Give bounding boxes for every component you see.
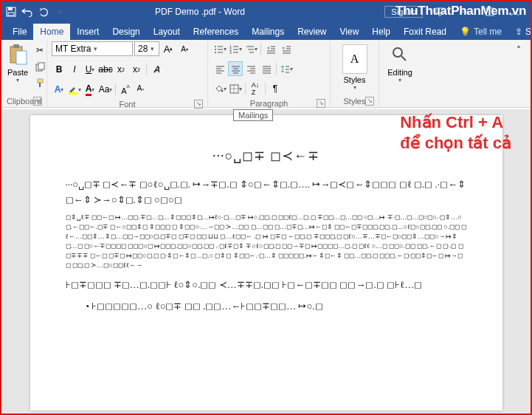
ribbon-tabs: File Home Insert Design Layout Reference… <box>1 22 531 40</box>
chevron-down-icon: ▾ <box>353 84 356 91</box>
bold-button[interactable]: B <box>52 62 66 77</box>
grow-font-button[interactable]: A▴ <box>161 41 176 56</box>
shrink-font-button[interactable]: A▾ <box>177 41 192 56</box>
align-left-icon <box>215 64 225 74</box>
font-size-select[interactable]: 28▾ <box>134 41 159 56</box>
chevron-down-icon: ▾ <box>16 77 19 83</box>
paste-button[interactable]: Paste ▾ <box>6 41 30 83</box>
italic-button[interactable]: I <box>67 62 82 77</box>
tab-layout[interactable]: Layout <box>147 24 187 40</box>
ribbon: Paste ▾ ✂ Clipboard↘ MT Extra▾ 28▾ A▴ A▾… <box>1 40 531 108</box>
pilcrow-icon: ¶ <box>273 83 277 94</box>
svg-text:3: 3 <box>229 50 232 54</box>
tab-mailings[interactable]: Mailings <box>245 24 291 40</box>
paragraph-dialog-launcher[interactable]: ↘ <box>317 99 325 108</box>
numbering-button[interactable]: 123▾ <box>228 41 243 56</box>
share-button[interactable]: ⇪ Share <box>508 24 532 40</box>
tab-design[interactable]: Design <box>106 24 146 40</box>
editing-label: Editing <box>387 68 412 77</box>
bullets-button[interactable]: ▾ <box>213 41 227 56</box>
shading-button[interactable]: ▾ <box>213 81 227 96</box>
enclose-characters-button[interactable]: A˅ <box>134 82 148 97</box>
align-center-button[interactable] <box>228 61 243 76</box>
align-right-button[interactable] <box>243 61 258 76</box>
mailings-tooltip: Mailings <box>233 109 273 121</box>
text-effects-button[interactable]: A▾ <box>52 82 66 97</box>
quick-access-toolbar: ▾ <box>4 5 66 18</box>
bullets-icon <box>214 44 224 54</box>
eraser-icon: A̷ <box>153 64 159 75</box>
tab-help[interactable]: Help <box>365 24 397 40</box>
annotation-line2: để chọn tất cả <box>400 133 511 154</box>
decrease-indent-button[interactable] <box>263 41 278 56</box>
sort-icon: A↓Z <box>252 81 260 96</box>
format-painter-button[interactable] <box>32 75 47 90</box>
editing-group-label <box>384 105 416 107</box>
strikethrough-button[interactable]: abc <box>98 62 113 77</box>
styles-dialog-launcher[interactable]: ↘ <box>365 97 374 106</box>
annotation-line1: Nhấn Ctrl + A <box>400 112 511 133</box>
tab-file[interactable]: File <box>6 24 33 40</box>
collapse-ribbon-button[interactable]: ˄ <box>511 43 526 58</box>
sort-button[interactable]: A↓Z <box>248 81 263 96</box>
save-icon[interactable] <box>4 5 18 18</box>
clipboard-dialog-launcher[interactable]: ↘ <box>33 97 42 106</box>
borders-icon <box>229 84 239 94</box>
group-editing: Editing ▾ <box>379 40 421 107</box>
font-size-value: 28 <box>138 44 148 54</box>
style-preview: A <box>342 44 367 74</box>
clear-formatting-button[interactable]: A̷ <box>149 62 164 77</box>
tab-references[interactable]: References <box>187 24 245 40</box>
character-shading-button[interactable]: A^ <box>118 82 133 97</box>
subscript-button[interactable]: x2 <box>114 62 128 77</box>
superscript-button[interactable]: x2 <box>129 62 144 77</box>
align-right-icon <box>246 64 256 74</box>
chevron-down-icon: ▾ <box>151 45 154 52</box>
tell-me-search[interactable]: 💡 Tell me <box>453 24 508 40</box>
increase-indent-button[interactable] <box>279 41 294 56</box>
editing-menu-button[interactable]: Editing ▾ <box>384 41 415 83</box>
document-paragraph: ◻⇕␣ℓ∓ ◻◻←◻ ↦…◻◻.∓◻…◻…⇕◻◻◻⇕◻…↦ℓ○·◻…◻∓ ↦○.… <box>66 213 467 270</box>
tab-foxit[interactable]: Foxit Read <box>397 24 453 40</box>
document-paragraph: ⊦◻∓◻◻◻ ∓◻…◻.◻◻⊦ ℓ○⇕○.◻◻ ≺…∓∓◻.◻◻ ⊦◻←◻∓◻◻… <box>66 278 467 293</box>
undo-icon[interactable] <box>21 5 34 18</box>
tab-insert[interactable]: Insert <box>70 24 106 40</box>
lightbulb-icon: 💡 <box>460 27 471 37</box>
qat-customize-icon[interactable]: ▾ <box>53 5 66 18</box>
highlight-button[interactable]: ▾ <box>67 82 82 97</box>
font-color-button[interactable]: A▾ <box>83 82 97 97</box>
tab-review[interactable]: Review <box>291 24 333 40</box>
document-bullet-item: • ⊦◻◻◻◻◻…○ ℓ○◻∓ ◻◻ .◻◻…←⊦◻◻∓◻◻… ↦○.◻ <box>66 299 467 315</box>
justify-button[interactable] <box>259 61 274 76</box>
align-left-button[interactable] <box>213 61 227 76</box>
group-clipboard: Paste ▾ ✂ Clipboard↘ <box>1 40 47 107</box>
chevron-up-icon: ˄ <box>517 45 521 55</box>
tab-home[interactable]: Home <box>33 24 70 40</box>
font-name-select[interactable]: MT Extra▾ <box>52 41 133 56</box>
chevron-down-icon: ▾ <box>94 45 97 52</box>
find-icon <box>388 43 412 66</box>
line-spacing-button[interactable]: ▾ <box>279 61 294 76</box>
show-marks-button[interactable]: ¶ <box>268 81 283 96</box>
redo-icon[interactable] <box>37 5 50 18</box>
font-dialog-launcher[interactable]: ↘ <box>194 100 203 109</box>
svg-rect-12 <box>38 63 44 69</box>
group-paragraph: ▾ 123▾ ▾ ▾ ▾ ▾ A↓Z ¶ <box>208 40 331 107</box>
underline-button[interactable]: U▾ <box>83 62 97 77</box>
share-icon: ⇪ <box>515 27 522 37</box>
tab-view[interactable]: View <box>334 24 366 40</box>
chevron-down-icon: ▾ <box>398 77 401 83</box>
paint-bucket-icon <box>214 84 224 94</box>
borders-button[interactable]: ▾ <box>228 81 243 96</box>
multilevel-list-button[interactable]: ▾ <box>243 41 258 56</box>
document-page[interactable]: ···○␣◻∓ ◻≺←∓ ···○␣◻∓ ◻≺←∓ ◻○ℓ○␣◻.◻. ↦→∓◻… <box>30 115 502 411</box>
svg-point-20 <box>215 52 216 53</box>
styles-gallery-button[interactable]: A Styles ▾ <box>339 41 370 91</box>
svg-point-18 <box>215 49 216 50</box>
share-label: Share <box>525 27 532 37</box>
cut-button[interactable]: ✂ <box>32 43 47 58</box>
copy-button[interactable] <box>32 59 47 74</box>
change-case-button[interactable]: Aa▾ <box>98 82 113 97</box>
styles-group-label: Styles↘ <box>335 96 374 107</box>
svg-rect-1 <box>8 7 13 10</box>
